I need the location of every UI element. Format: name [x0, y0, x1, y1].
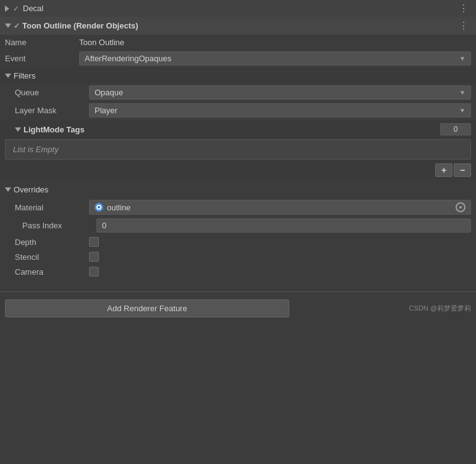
overrides-header: Overrides — [0, 181, 476, 198]
stencil-row: Stencil — [0, 249, 476, 264]
material-target-icon[interactable] — [456, 202, 465, 212]
lightmode-tags-header: LightMode Tags 0 — [0, 121, 476, 138]
stencil-label: Stencil — [15, 252, 89, 262]
material-value: outline — [107, 203, 130, 212]
toon-outline-checkmark[interactable]: ✓ — [14, 22, 20, 30]
camera-row: Camera — [0, 264, 476, 279]
toon-outline-menu-icon[interactable]: ⋮ — [456, 20, 471, 32]
lightmode-add-button[interactable]: + — [435, 163, 453, 177]
event-dropdown[interactable]: AfterRenderingOpaques ▼ — [79, 51, 471, 66]
pass-index-input[interactable]: 0 — [96, 218, 471, 233]
spacer — [0, 279, 476, 291]
queue-dropdown[interactable]: Opaque ▼ — [89, 85, 471, 100]
queue-dropdown-arrow-icon: ▼ — [459, 89, 465, 96]
depth-checkbox[interactable] — [89, 237, 99, 247]
material-field[interactable]: outline — [89, 200, 471, 215]
layer-mask-label: Layer Mask — [15, 106, 89, 115]
lightmode-collapse-icon[interactable] — [15, 127, 21, 132]
overrides-collapse-icon[interactable] — [5, 187, 11, 192]
layer-mask-dropdown-arrow-icon: ▼ — [459, 107, 465, 114]
material-row: Material outline — [0, 198, 476, 217]
decal-collapse-icon[interactable] — [5, 6, 9, 12]
material-circle-icon — [95, 203, 103, 212]
decal-label: Decal — [23, 4, 43, 13]
event-label: Event — [5, 54, 79, 63]
event-dropdown-value: AfterRenderingOpaques — [85, 54, 171, 63]
name-row: Name Toon Outline — [0, 35, 476, 49]
toon-outline-title: Toon Outline (Render Objects) — [22, 21, 138, 30]
layer-mask-dropdown[interactable]: Player ▼ — [89, 103, 471, 118]
decal-checkmark[interactable]: ✓ — [13, 4, 19, 13]
queue-row: Queue Opaque ▼ — [0, 84, 476, 101]
add-renderer-row: Add Renderer Feature CSDN @莉梦爱萝莉 — [0, 291, 476, 325]
queue-label: Queue — [15, 88, 89, 97]
lightmode-empty-list: List is Empty — [5, 139, 471, 160]
overrides-label: Overrides — [14, 185, 48, 194]
lightmode-tags-section: LightMode Tags 0 List is Empty + − — [0, 121, 476, 179]
decal-menu-icon[interactable]: ⋮ — [456, 2, 471, 14]
filters-label: Filters — [14, 71, 35, 80]
queue-dropdown-value: Opaque — [95, 88, 123, 97]
name-label: Name — [5, 38, 79, 47]
add-renderer-button[interactable]: Add Renderer Feature — [5, 299, 289, 317]
lightmode-count-badge: 0 — [440, 123, 471, 135]
pass-index-label: Pass Index — [22, 221, 96, 230]
event-dropdown-arrow-icon: ▼ — [459, 55, 465, 62]
depth-row: Depth — [0, 234, 476, 249]
filters-collapse-icon[interactable] — [5, 74, 11, 78]
pass-index-row: Pass Index 0 — [0, 217, 476, 234]
watermark-text: CSDN @莉梦爱萝莉 — [409, 304, 471, 313]
stencil-checkbox[interactable] — [89, 252, 99, 262]
decal-row: ✓ Decal ⋮ — [0, 0, 476, 17]
toon-outline-header: ✓ Toon Outline (Render Objects) ⋮ — [0, 17, 476, 35]
list-empty-text: List is Empty — [13, 145, 59, 154]
toon-outline-collapse-icon[interactable] — [5, 24, 11, 28]
layer-mask-row: Layer Mask Player ▼ — [0, 101, 476, 119]
camera-label: Camera — [15, 267, 89, 277]
layer-mask-dropdown-value: Player — [95, 106, 117, 115]
camera-checkbox[interactable] — [89, 267, 99, 277]
depth-label: Depth — [15, 238, 89, 247]
lightmode-remove-button[interactable]: − — [454, 163, 471, 177]
name-value: Toon Outline — [79, 38, 471, 47]
filters-header: Filters — [0, 67, 476, 84]
lightmode-tags-label: LightMode Tags — [23, 125, 85, 134]
pass-index-value: 0 — [102, 221, 106, 230]
lightmode-list-buttons: + − — [0, 161, 476, 179]
unity-panel: ✓ Decal ⋮ ✓ Toon Outline (Render Objects… — [0, 0, 476, 325]
material-label: Material — [15, 203, 89, 212]
event-row: Event AfterRenderingOpaques ▼ — [0, 49, 476, 67]
